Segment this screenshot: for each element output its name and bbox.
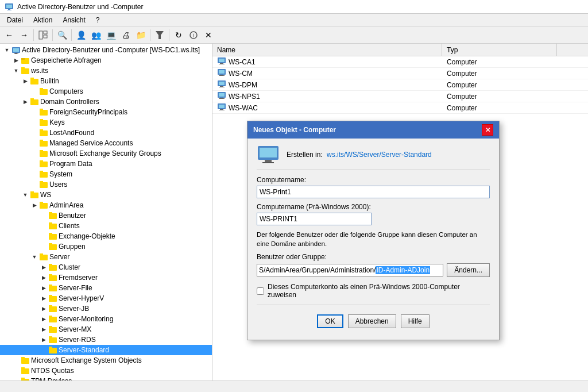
- dialog-new-computer: Neues Objekt - Computer ✕ Erstellen in: …: [247, 121, 500, 340]
- tree-item-ntds-quotas[interactable]: NTDS Quotas: [0, 366, 212, 376]
- server-file-toggle[interactable]: ▶: [39, 283, 48, 293]
- tree-item-keys[interactable]: Keys: [0, 117, 212, 128]
- list-row[interactable]: WS-CM Computer: [212, 68, 588, 79]
- ws-its-toggle[interactable]: ▼: [11, 66, 21, 76]
- svg-rect-63: [49, 306, 57, 312]
- ws-toggle[interactable]: ▼: [21, 190, 30, 200]
- dialog-legacy-checkbox[interactable]: [257, 287, 264, 295]
- list-row[interactable]: WS-CA1 Computer: [212, 56, 588, 68]
- computer-icon-2: [217, 80, 226, 90]
- col-header-name[interactable]: Name: [212, 44, 442, 56]
- list-row[interactable]: WS-DPM Computer: [212, 79, 588, 91]
- svg-rect-34: [40, 150, 43, 152]
- dialog-cancel-button[interactable]: Abbrechen: [348, 314, 396, 328]
- server-toggle[interactable]: ▼: [30, 252, 39, 262]
- menu-help[interactable]: ?: [91, 15, 105, 25]
- dialog-computer-name-input[interactable]: [257, 186, 490, 198]
- svg-rect-57: [49, 275, 57, 281]
- managed-service-label: Managed Service Accounts: [49, 139, 133, 147]
- tree-item-system[interactable]: System: [0, 169, 212, 179]
- server-jb-label: Server-JB: [59, 305, 89, 313]
- server-rds-toggle[interactable]: ▶: [39, 335, 48, 345]
- show-tree-button[interactable]: [36, 29, 50, 41]
- back-button[interactable]: ←: [2, 29, 16, 41]
- tree-item-foreign-security[interactable]: ForeignSecurityPrincipals: [0, 107, 212, 117]
- new-printer-button[interactable]: 🖨: [119, 29, 133, 41]
- new-user-button[interactable]: 👤: [74, 29, 88, 41]
- tree-item-server-jb[interactable]: ▶ Server-JB: [0, 303, 212, 314]
- fremdserver-toggle[interactable]: ▶: [39, 272, 48, 283]
- tree-root[interactable]: ▼ Active Directory-Benutzer und -Compute…: [0, 45, 212, 55]
- new-group-button[interactable]: 👥: [89, 29, 103, 41]
- tree-item-server-hyperv[interactable]: ▶ Server-HyperV: [0, 293, 212, 303]
- properties-button[interactable]: i: [187, 29, 200, 41]
- foreign-security-toggle-empty: [30, 107, 39, 117]
- adminarea-toggle[interactable]: ▶: [30, 200, 39, 210]
- builtin-toggle[interactable]: ▶: [21, 76, 30, 86]
- dialog-help-button[interactable]: Hilfe: [401, 314, 430, 328]
- dialog-close-button[interactable]: ✕: [482, 124, 493, 136]
- tree-item-ms-exchange-security[interactable]: Microsoft Exchange Security Groups: [0, 148, 212, 159]
- tree-item-benutzer[interactable]: Benutzer: [0, 210, 212, 221]
- tree-item-tpm-devices[interactable]: TPM Devices: [0, 376, 212, 381]
- tree-item-server-rds[interactable]: ▶ Server-RDS: [0, 335, 212, 345]
- svg-rect-82: [219, 64, 225, 64]
- delete-button[interactable]: ✕: [202, 29, 215, 41]
- tree-item-lostandfound[interactable]: LostAndFound: [0, 128, 212, 138]
- server-hyperv-toggle[interactable]: ▶: [39, 293, 48, 303]
- dialog-change-button[interactable]: Ändern...: [447, 263, 490, 277]
- server-monitoring-toggle[interactable]: ▶: [39, 314, 48, 324]
- tree-item-server-mx[interactable]: ▶ Server-MX: [0, 324, 212, 335]
- col-header-type[interactable]: Typ: [442, 44, 557, 56]
- tree-item-server-standard[interactable]: Server-Standard: [0, 345, 212, 355]
- forward-button[interactable]: →: [17, 29, 31, 41]
- tree-item-builtin[interactable]: ▶ Builtin: [0, 76, 212, 86]
- tree-item-ws-its[interactable]: ▼ ws.its: [0, 66, 212, 76]
- tree-item-server[interactable]: ▼ Server: [0, 252, 212, 262]
- tree-item-program-data[interactable]: Program Data: [0, 159, 212, 169]
- dialog-user-group-field[interactable]: S/AdminArea/Gruppen/Administration/ID-Ad…: [257, 264, 443, 276]
- cluster-toggle[interactable]: ▶: [39, 262, 48, 272]
- tree-item-managed-service[interactable]: Managed Service Accounts: [0, 138, 212, 148]
- tree-panel[interactable]: ▼ Active Directory-Benutzer und -Compute…: [0, 44, 212, 381]
- tree-item-exchange-objekte[interactable]: Exchange-Objekte: [0, 231, 212, 241]
- tree-item-computers[interactable]: Computers: [0, 86, 212, 97]
- tree-item-server-monitoring[interactable]: ▶ Server-Monitoring: [0, 314, 212, 324]
- keys-label: Keys: [49, 118, 65, 126]
- list-row[interactable]: WS-NPS1 Computer: [212, 91, 588, 102]
- tree-item-cluster[interactable]: ▶ Cluster: [0, 262, 212, 272]
- tree-item-gruppen[interactable]: Gruppen: [0, 241, 212, 252]
- tree-root-toggle[interactable]: ▼: [2, 45, 11, 55]
- svg-rect-66: [49, 316, 52, 317]
- server-jb-toggle[interactable]: ▶: [39, 303, 48, 314]
- tree-item-fremdserver[interactable]: ▶ Fremdserver: [0, 272, 212, 283]
- tree-item-users[interactable]: Users: [0, 179, 212, 190]
- tree-item-ms-exchange-system[interactable]: Microsoft Exchange System Objects: [0, 355, 212, 366]
- tree-item-clients[interactable]: Clients: [0, 221, 212, 231]
- list-cell-name-3: WS-NPS1: [212, 91, 442, 101]
- filter-button[interactable]: [153, 29, 167, 41]
- server-monitoring-label: Server-Monitoring: [59, 315, 113, 323]
- search-button[interactable]: 🔍: [55, 29, 69, 41]
- tree-item-saved-queries[interactable]: ▶ Gespeicherte Abfragen: [0, 55, 212, 66]
- tree-item-server-file[interactable]: ▶ Server-File: [0, 283, 212, 293]
- fremdserver-icon: [48, 273, 57, 282]
- list-row[interactable]: WS-WAC Computer: [212, 102, 588, 114]
- refresh-button[interactable]: ↻: [172, 29, 185, 41]
- server-mx-toggle[interactable]: ▶: [39, 324, 48, 335]
- tree-item-domain-controllers[interactable]: ▶ Domain Controllers: [0, 97, 212, 107]
- tree-item-ws[interactable]: ▼ WS: [0, 190, 212, 200]
- gruppen-toggle-empty: [39, 241, 48, 252]
- menu-ansicht[interactable]: Ansicht: [58, 15, 90, 25]
- new-folder-button[interactable]: 📁: [134, 29, 148, 41]
- menu-datei[interactable]: Datei: [2, 15, 28, 25]
- builtin-label: Builtin: [40, 77, 59, 85]
- domain-controllers-toggle[interactable]: ▶: [21, 97, 30, 107]
- dialog-computer-name-legacy-input[interactable]: [257, 213, 372, 225]
- svg-rect-48: [49, 222, 52, 224]
- saved-queries-toggle[interactable]: ▶: [11, 55, 21, 66]
- menu-aktion[interactable]: Aktion: [29, 15, 57, 25]
- dialog-ok-button[interactable]: OK: [317, 314, 343, 328]
- tree-item-adminarea[interactable]: ▶ AdminArea: [0, 200, 212, 210]
- new-computer-button[interactable]: 💻: [104, 29, 118, 41]
